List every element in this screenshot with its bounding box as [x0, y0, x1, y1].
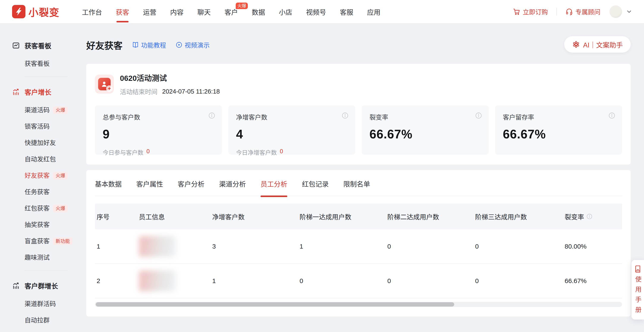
topbar-right: 立即订购 专属顾问: [513, 5, 632, 18]
sidebar-item-fun-test[interactable]: 趣味测试: [24, 254, 86, 261]
cell-tier1: 1: [300, 243, 387, 250]
nav-item-content[interactable]: 内容: [170, 0, 184, 23]
sidebar-section-dashboard[interactable]: 获客看板: [12, 40, 86, 50]
bar-chart-trend-icon: [12, 88, 20, 96]
page-title: 好友获客: [86, 38, 122, 51]
nav-item-video[interactable]: 视频号: [306, 0, 326, 23]
sidebar-item-label: 好友获客: [24, 172, 50, 179]
manual-book-icon: [634, 265, 642, 273]
page-header: 好友获客 功能教程 视频演示 AI｜文案助手: [86, 37, 631, 53]
sidebar-item-label: 红包获客: [24, 205, 50, 212]
sidebar-item-task-acquisition[interactable]: 任务获客: [24, 188, 86, 196]
headset-icon: [566, 8, 573, 15]
info-icon[interactable]: [342, 112, 349, 119]
nav-item-chat[interactable]: 聊天: [197, 0, 211, 23]
activity-end-time-value: 2024-07-05 11:26:18: [162, 88, 220, 95]
horizontal-scrollbar-thumb[interactable]: [96, 302, 454, 307]
video-demo-link[interactable]: 视频演示: [176, 40, 210, 49]
column-header-rate: 裂变率: [565, 212, 622, 221]
ai-copywriter-button[interactable]: AI｜文案助手: [564, 36, 631, 53]
stat-label: 裂变率: [370, 112, 481, 121]
user-manual-fab[interactable]: 使用手册: [632, 260, 644, 320]
sidebar-item-lock-qr[interactable]: 锁客活码: [24, 123, 86, 130]
column-header-rate-label: 裂变率: [565, 212, 584, 221]
table-row: 2 1 0 0 0 66.67%: [95, 264, 622, 298]
tab-customer-analysis[interactable]: 客户分析: [178, 179, 204, 188]
activity-avatar: +: [95, 75, 114, 94]
nav-item-operation[interactable]: 运营: [143, 0, 156, 23]
sidebar-item-label: 趣味测试: [24, 254, 50, 261]
nav-item-workbench[interactable]: 工作台: [82, 0, 102, 23]
user-avatar[interactable]: [610, 5, 622, 18]
tutorial-link[interactable]: 功能教程: [132, 40, 166, 49]
sidebar-item-auto-red-packet[interactable]: 自动发红包: [24, 156, 86, 163]
cell-rate: 80.00%: [565, 243, 622, 250]
info-icon[interactable]: [208, 112, 216, 119]
sidebar-section-customer-growth[interactable]: 客户增长: [12, 87, 86, 97]
tab-employee-analysis[interactable]: 员工分析: [260, 179, 287, 188]
sidebar-item-lottery-acquisition[interactable]: 抽奖获客: [24, 221, 86, 229]
stat-label: 总参与客户数: [103, 112, 214, 121]
nav-item-acquisition[interactable]: 获客: [116, 0, 129, 23]
stat-sub-value: 0: [146, 148, 150, 157]
sidebar-section-group-growth[interactable]: 客户群增长: [12, 281, 86, 290]
nav-item-apps[interactable]: 应用: [367, 0, 380, 23]
stat-value: 66.67%: [370, 127, 481, 141]
stat-card-net-new: 净增客户数 4 今日净增客户数0: [228, 105, 356, 155]
tutorial-link-label: 功能教程: [141, 40, 166, 49]
bar-chart-trend-icon: [12, 282, 20, 290]
cell-net-new: 1: [212, 277, 300, 285]
sidebar-item-redpacket-acquisition[interactable]: 红包获客 火爆: [24, 205, 86, 212]
table-row: 1 3 1 0 0 80.00%: [95, 229, 622, 264]
hot-badge: 火爆: [236, 2, 248, 9]
stat-label: 净增客户数: [236, 112, 348, 121]
sidebar-item-group-channel-qr[interactable]: 渠道群活码: [24, 300, 86, 308]
sidebar-section-title: 获客看板: [24, 40, 51, 50]
activity-end-time-label: 活动结束时间: [120, 87, 158, 96]
sidebar-item-quick-add-friend[interactable]: 快捷加好友: [24, 139, 86, 147]
ai-copywriter-label: AI｜文案助手: [583, 40, 623, 49]
sidebar-item-channel-qr[interactable]: 渠道活码 火爆: [24, 106, 86, 114]
sidebar-item-label: 盲盒获客: [24, 238, 50, 245]
nav-item-shop[interactable]: 小店: [279, 0, 292, 23]
column-header-tier2: 阶梯二达成用户数: [387, 212, 475, 221]
tab-redpacket-records[interactable]: 红包记录: [302, 179, 329, 188]
table-header-row: 序号 员工信息 净增客户数 阶梯一达成用户数 阶梯二达成用户数 阶梯三达成用户数…: [95, 204, 622, 229]
info-icon[interactable]: [586, 213, 593, 220]
cell-tier1: 0: [300, 277, 387, 285]
stat-card-total-participants: 总参与客户数 9 今日参与客户数0: [95, 105, 222, 155]
stats-row: 总参与客户数 9 今日参与客户数0 净增客户数 4 今日净增客户数0 裂变率 6…: [95, 105, 622, 155]
advisor-button[interactable]: 专属顾问: [566, 7, 600, 16]
brand-logo[interactable]: 小裂变: [12, 4, 60, 19]
tab-basic-data[interactable]: 基本数据: [95, 179, 122, 188]
info-icon[interactable]: [608, 112, 616, 119]
nav-item-service[interactable]: 客服: [340, 0, 353, 23]
tab-block-list[interactable]: 限制名单: [343, 179, 370, 188]
stat-value: 4: [236, 127, 348, 141]
advisor-label: 专属顾问: [576, 7, 600, 16]
hot-badge: 火爆: [53, 205, 68, 212]
order-now-button[interactable]: 立即订购: [513, 7, 548, 16]
nav-item-data[interactable]: 数据: [252, 0, 265, 23]
sidebar-item-label: 获客看板: [24, 60, 50, 67]
chevron-down-icon[interactable]: [626, 8, 632, 15]
sidebar-item-auto-group[interactable]: 自动拉群: [24, 317, 86, 324]
nav-item-customer[interactable]: 客户 火爆: [224, 0, 238, 23]
brand-logo-icon: [12, 5, 26, 18]
sidebar-item-friend-acquisition[interactable]: 好友获客 火爆: [24, 172, 86, 179]
sidebar-item-dashboard[interactable]: 获客看板: [24, 60, 86, 67]
sidebar-item-blindbox-acquisition[interactable]: 盲盒获客 新功能: [24, 238, 86, 245]
sidebar-item-label: 自动发红包: [24, 156, 56, 163]
ai-flower-icon: [572, 40, 580, 48]
cell-net-new: 3: [212, 243, 300, 250]
info-icon[interactable]: [475, 112, 482, 119]
cell-tier2: 0: [387, 243, 475, 250]
column-header-tier3: 阶梯三达成用户数: [475, 212, 565, 221]
top-navigation: 工作台 获客 运营 内容 聊天 客户 火爆 数据 小店 视频号 客服 应用: [82, 0, 380, 23]
column-header-index: 序号: [96, 212, 139, 221]
tab-channel-analysis[interactable]: 渠道分析: [219, 179, 246, 188]
tab-customer-attributes[interactable]: 客户属性: [136, 179, 163, 188]
cell-tier3: 0: [475, 243, 565, 250]
video-demo-label: 视频演示: [184, 40, 210, 49]
horizontal-scrollbar-track[interactable]: [95, 302, 622, 307]
